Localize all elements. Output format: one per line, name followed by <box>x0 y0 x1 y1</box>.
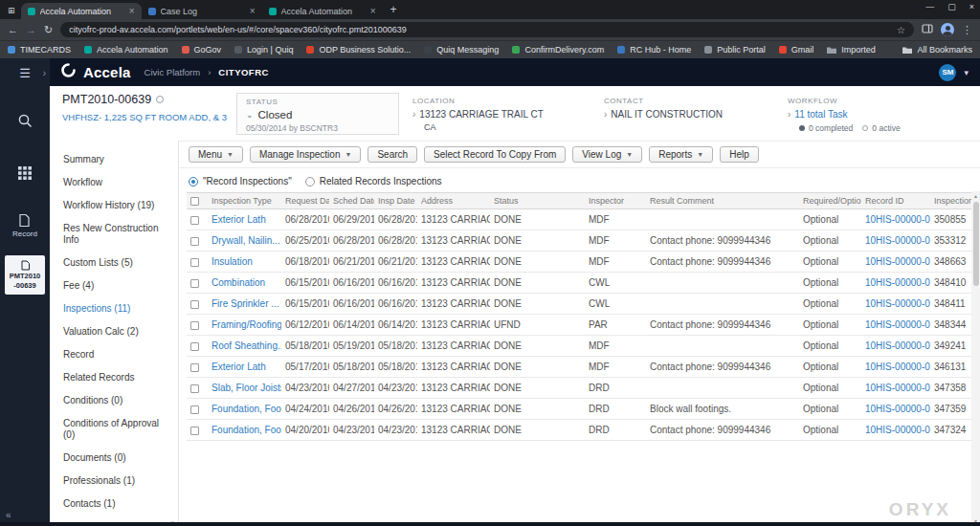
table-row[interactable]: Drywall, Nailin... 06/25/2010 06/28/2010… <box>187 230 980 252</box>
browser-profile-avatar[interactable] <box>941 23 954 36</box>
bookmark-item[interactable]: RC Hub - Home <box>617 45 691 55</box>
column-header[interactable]: Inspection Type <box>208 193 281 209</box>
nav-item[interactable]: Conditions of Approval (0) <box>50 412 178 447</box>
toolbar-button[interactable]: View Log▼ <box>572 146 642 163</box>
tab-close-icon[interactable]: × <box>129 6 135 16</box>
bookmark-item[interactable]: GoGov <box>182 45 222 55</box>
toolbar-button[interactable]: Reports▼ <box>649 146 713 163</box>
inspection-type-link[interactable]: Combination <box>212 277 265 288</box>
inspection-type-link[interactable]: Foundation, Foo... <box>212 425 281 435</box>
vertical-scrollbar[interactable]: ▲ ▼ <box>971 191 980 526</box>
nav-item[interactable]: Record <box>50 343 178 366</box>
table-row[interactable]: Combination 06/15/2010 06/16/2010 06/16/… <box>187 273 980 294</box>
bookmark-item[interactable]: Public Portal <box>704 45 766 55</box>
nav-item[interactable]: Conditions (0) <box>50 389 178 412</box>
toolbar-button[interactable]: Select Record To Copy From <box>424 146 566 163</box>
rail-collapse-icon[interactable]: « <box>6 510 11 520</box>
record-id-link[interactable]: 10HIS-00000-02NX2 <box>865 383 930 393</box>
refresh-icon[interactable]: ↻ <box>44 24 53 36</box>
table-row[interactable]: Roof Sheathing... 05/18/2010 05/19/2010 … <box>187 336 980 357</box>
location-value[interactable]: › 13123 CARRIAGE TRAIL CT <box>412 109 590 120</box>
column-header[interactable]: Address <box>417 193 490 209</box>
record-id-link[interactable]: 10HIS-00000-02NX2 <box>865 214 930 225</box>
table-row[interactable]: Foundation, Foo... 04/24/2010 04/26/2010… <box>187 399 980 420</box>
inspection-type-link[interactable]: Fire Sprinkler ... <box>212 298 279 309</box>
record-id-link[interactable]: 10HIS-00000-02NX2 <box>865 256 930 267</box>
row-checkbox[interactable] <box>190 300 199 309</box>
select-all-checkbox[interactable] <box>190 197 199 206</box>
table-row[interactable]: Slab, Floor Joists 04/23/2010 04/27/2010… <box>187 378 980 399</box>
row-checkbox[interactable] <box>190 279 199 288</box>
rail-record-item[interactable]: Record <box>12 213 37 238</box>
side-panel-icon[interactable] <box>922 21 933 38</box>
url-field[interactable]: cityofrc-prod-av.accela.com/portlets/web… <box>60 22 914 37</box>
nav-item[interactable]: Documents (0) <box>50 447 178 470</box>
back-icon[interactable]: ← <box>8 24 18 35</box>
nav-item[interactable]: Inspections (11) <box>50 297 178 320</box>
column-header[interactable]: Result Comment <box>646 193 799 209</box>
hamburger-menu-icon[interactable]: ☰ <box>19 66 31 80</box>
table-row[interactable]: Exterior Lath 05/17/2010 05/18/2010 05/1… <box>187 357 980 378</box>
record-id-link[interactable]: 10HIS-00000-02NX2 <box>865 235 930 246</box>
tab-close-icon[interactable]: × <box>250 6 256 16</box>
nav-item[interactable]: Workflow <box>50 171 178 194</box>
apps-grid-icon[interactable] <box>17 165 33 185</box>
inspection-type-link[interactable]: Foundation, Foo... <box>212 404 281 414</box>
table-row[interactable]: Insulation 06/18/2010 06/21/2010 06/21/2… <box>187 252 980 273</box>
contact-value[interactable]: › NAIL IT CONSTRUCTION <box>604 109 774 120</box>
browser-tab[interactable]: Accela Automation × <box>21 3 142 19</box>
column-header[interactable]: Sched Date <box>329 193 374 209</box>
browser-tab[interactable]: Accela Automation × <box>262 3 383 19</box>
workflow-total-link[interactable]: › 11 total Task <box>788 109 972 120</box>
column-header[interactable]: Required/Optional <box>799 193 861 209</box>
record-id-link[interactable]: 10HIS-00000-02NX2 <box>865 340 930 351</box>
inspection-type-link[interactable]: Slab, Floor Joists <box>212 383 281 393</box>
rail-expand-icon[interactable]: › <box>43 68 46 78</box>
search-icon[interactable] <box>17 113 33 133</box>
minimize-button[interactable]: — <box>925 2 934 11</box>
nav-item[interactable]: Custom Lists (5) <box>50 252 178 274</box>
url-text[interactable]: cityofrc-prod-av.accela.com/portlets/web… <box>69 25 891 34</box>
inspection-type-link[interactable]: Roof Sheathing... <box>212 340 281 351</box>
column-header[interactable]: Insp Date <box>374 193 417 209</box>
toolbar-button[interactable]: Search <box>368 146 417 163</box>
radio-record-inspections[interactable]: "Record Inspections" <box>189 176 292 186</box>
table-row[interactable]: Exterior Lath 06/28/2010 06/29/2010 06/2… <box>187 209 980 230</box>
table-row[interactable]: Fire Sprinkler ... 06/15/2010 06/16/2010… <box>187 294 980 315</box>
record-id-link[interactable]: 10HIS-00000-02NX2 <box>865 319 930 330</box>
radio-related-records-inspections[interactable]: Related Records Inspections <box>305 176 442 186</box>
record-id-link[interactable]: 10HIS-00000-02NX2 <box>865 298 930 309</box>
nav-item[interactable]: Workflow History (19) <box>50 194 178 217</box>
forward-icon[interactable]: → <box>26 24 36 35</box>
nav-item[interactable]: Fee (4) <box>50 274 178 297</box>
bookmark-item[interactable]: TIMECARDS <box>8 45 71 55</box>
scrollbar-thumb[interactable] <box>973 202 979 286</box>
nav-item[interactable]: Res New Construction Info <box>50 217 178 252</box>
browser-tab[interactable]: Case Log × <box>142 3 262 19</box>
all-bookmarks-button[interactable]: All Bookmarks <box>902 45 972 55</box>
tab-close-icon[interactable]: × <box>370 6 376 16</box>
status-value[interactable]: ⌄ Closed <box>246 109 390 121</box>
user-avatar[interactable]: SM <box>939 64 956 81</box>
nav-item[interactable]: Contacts (1) <box>50 493 178 515</box>
inspection-type-link[interactable]: Insulation <box>212 256 253 267</box>
bookmark-item[interactable]: Accela Automation <box>84 45 168 55</box>
nav-item[interactable]: Summary <box>50 148 178 171</box>
breadcrumb-site[interactable]: CITYOFRC <box>218 67 269 77</box>
nav-item[interactable]: Professionals (1) <box>50 470 178 493</box>
toolbar-button[interactable]: Manage Inspection▼ <box>250 146 361 163</box>
column-header[interactable]: Inspector <box>585 193 646 209</box>
record-description-link[interactable]: VHFHSZ- 1,225 SQ FT ROOM ADD, & 32 LF ..… <box>62 112 227 122</box>
scroll-up-icon[interactable]: ▲ <box>971 191 980 201</box>
bookmark-star-icon[interactable]: ☆ <box>897 25 905 35</box>
row-checkbox[interactable] <box>190 216 199 225</box>
column-header[interactable]: Request Date <box>281 193 329 209</box>
row-checkbox[interactable] <box>190 405 199 414</box>
column-header[interactable]: Record ID <box>861 193 930 209</box>
bookmark-item[interactable]: Quiq Messaging <box>424 45 499 55</box>
bookmark-item[interactable]: Login | Quiq <box>234 45 293 55</box>
inspection-type-link[interactable]: Exterior Lath <box>212 362 266 372</box>
user-menu-chevron-icon[interactable]: ▾ <box>964 68 969 77</box>
bookmark-item[interactable]: Imported <box>827 45 876 55</box>
row-checkbox[interactable] <box>190 342 199 351</box>
